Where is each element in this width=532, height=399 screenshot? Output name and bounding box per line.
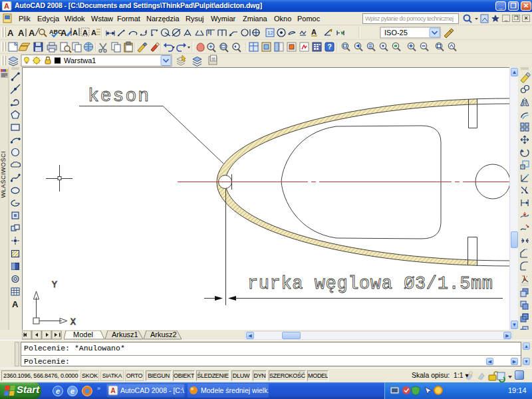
svg-text:A: A bbox=[18, 28, 25, 38]
svg-text:A: A bbox=[29, 28, 35, 38]
svg-text:A: A bbox=[12, 299, 19, 309]
svg-text:Arkusz1: Arkusz1 bbox=[112, 331, 138, 338]
svg-text:Warstwa1: Warstwa1 bbox=[64, 57, 96, 65]
svg-text:A: A bbox=[4, 2, 9, 10]
svg-text:e: e bbox=[56, 387, 60, 395]
svg-text:»: » bbox=[97, 385, 100, 392]
svg-text:A: A bbox=[82, 29, 88, 37]
svg-text:A: A bbox=[110, 387, 115, 394]
svg-text:X: X bbox=[70, 317, 76, 327]
svg-text:Y: Y bbox=[52, 280, 57, 290]
svg-text:e: e bbox=[70, 387, 74, 395]
svg-text:A: A bbox=[61, 28, 67, 38]
svg-text:keson: keson bbox=[88, 86, 150, 106]
svg-text:rurka węglowa Ø3/1.5mm: rurka węglowa Ø3/1.5mm bbox=[247, 274, 493, 294]
svg-text:A: A bbox=[7, 28, 14, 38]
svg-text:?: ? bbox=[327, 43, 332, 51]
svg-text:A: A bbox=[311, 28, 317, 36]
svg-text:12: 12 bbox=[267, 30, 273, 36]
svg-text:ISO-25: ISO-25 bbox=[384, 29, 408, 37]
svg-text:Model: Model bbox=[73, 331, 93, 338]
svg-text:A: A bbox=[91, 29, 96, 37]
svg-text:A: A bbox=[72, 29, 78, 37]
svg-text:Arkusz2: Arkusz2 bbox=[150, 331, 177, 338]
